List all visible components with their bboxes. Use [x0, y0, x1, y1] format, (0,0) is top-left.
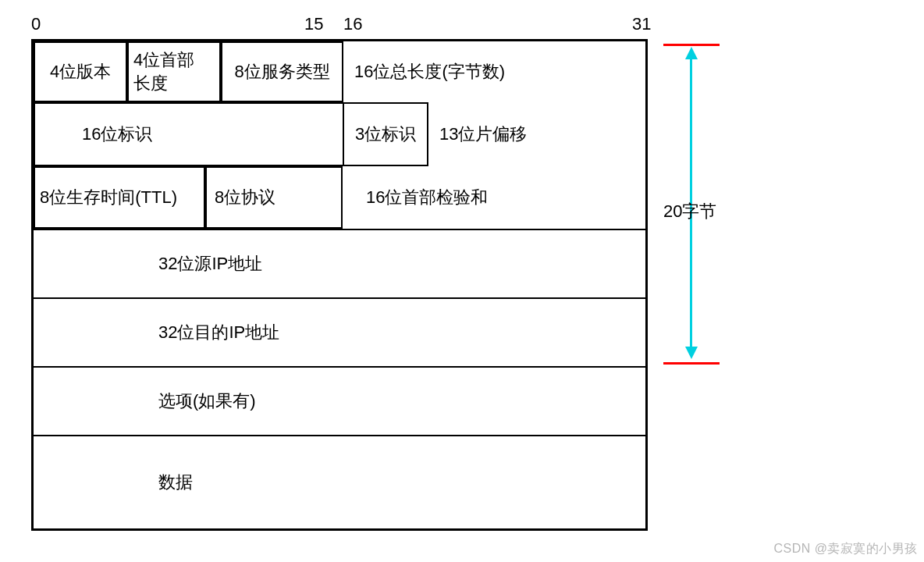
- arrow-head-down: [685, 347, 698, 359]
- field-hlen-line1: 4位首部: [133, 48, 194, 72]
- field-hlen-line2: 长度: [133, 72, 168, 95]
- tick-top: [663, 44, 720, 46]
- field-total-length: 16位总长度(字节数): [343, 41, 645, 102]
- bit-label-15: 15: [304, 14, 323, 34]
- tick-bottom: [663, 362, 720, 365]
- ip-header-diagram: 4位版本 4位首部 长度 8位服务类型 16位总长度(字节数) 16位标识 3位…: [31, 39, 648, 531]
- field-protocol: 8位协议: [205, 166, 343, 229]
- arrow-label: 20字节: [663, 200, 716, 223]
- field-dst-ip: 32位目的IP地址: [34, 297, 645, 366]
- bit-label-31: 31: [632, 14, 651, 34]
- field-checksum: 16位首部检验和: [343, 166, 645, 229]
- field-src-ip: 32位源IP地址: [34, 229, 645, 297]
- field-frag-offset: 13位片偏移: [428, 102, 645, 166]
- field-flags: 3位标识: [343, 102, 428, 166]
- field-options: 选项(如果有): [34, 366, 645, 435]
- bit-label-16: 16: [343, 14, 362, 34]
- field-identification: 16位标识: [34, 102, 343, 166]
- field-ttl: 8位生存时间(TTL): [34, 166, 205, 229]
- bit-label-0: 0: [31, 14, 41, 34]
- field-data: 数据: [34, 435, 645, 528]
- field-tos: 8位服务类型: [221, 41, 343, 102]
- bit-scale: 0 15 16 31: [31, 0, 648, 39]
- field-version: 4位版本: [34, 41, 127, 102]
- watermark: CSDN @卖寂寞的小男孩: [773, 541, 918, 557]
- field-header-length: 4位首部 长度: [127, 41, 221, 102]
- arrow-head-up: [685, 47, 698, 59]
